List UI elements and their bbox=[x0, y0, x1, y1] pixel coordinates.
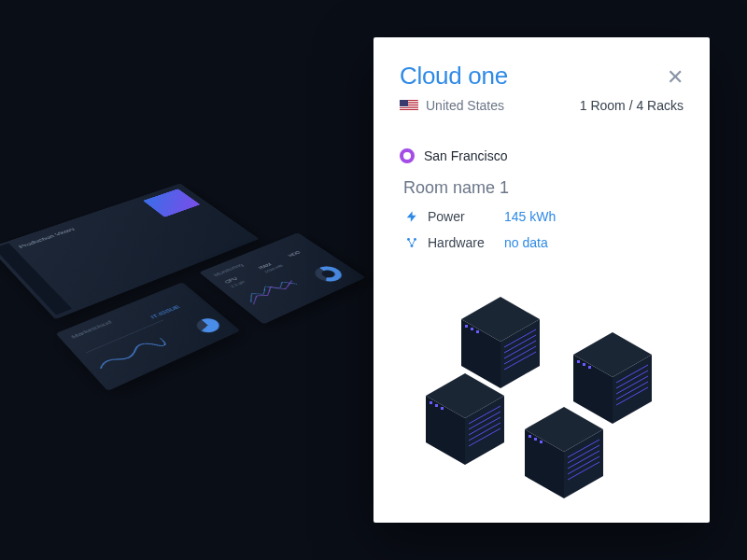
svg-rect-33 bbox=[430, 401, 432, 404]
svg-point-2 bbox=[411, 245, 414, 247]
svg-point-0 bbox=[407, 238, 410, 241]
close-button[interactable]: ✕ bbox=[667, 67, 684, 88]
bolt-icon bbox=[405, 210, 418, 223]
server-racks-illustration bbox=[374, 291, 710, 506]
country-name: United States bbox=[426, 98, 504, 113]
bg-donut-chart bbox=[310, 263, 347, 284]
bg-panel-main: Production Views bbox=[0, 183, 260, 319]
bg-sparkline bbox=[94, 334, 167, 371]
location-header[interactable]: San Francisco bbox=[400, 148, 684, 163]
hardware-label: Hardware bbox=[428, 235, 495, 250]
svg-rect-34 bbox=[435, 404, 438, 407]
svg-rect-12 bbox=[471, 328, 473, 330]
bg-monitoring-sparkline bbox=[239, 274, 301, 307]
hardware-icon bbox=[405, 236, 418, 249]
svg-rect-22 bbox=[577, 360, 580, 363]
svg-rect-45 bbox=[534, 438, 537, 441]
power-value: 145 kWh bbox=[504, 209, 556, 224]
svg-rect-35 bbox=[441, 407, 444, 410]
stat-row-power[interactable]: Power 145 kWh bbox=[405, 209, 684, 224]
rooms-racks-meta: 1 Room / 4 Racks bbox=[580, 98, 684, 113]
svg-rect-13 bbox=[476, 330, 479, 333]
datacenter-card: Cloud one ✕ United States 1 Room / 4 Rac… bbox=[374, 37, 710, 523]
stat-row-hardware[interactable]: Hardware no data bbox=[405, 235, 684, 250]
close-icon: ✕ bbox=[667, 65, 684, 89]
room-name: Room name 1 bbox=[403, 178, 684, 198]
power-label: Power bbox=[428, 209, 495, 224]
bg-monitoring-label: Monitoring bbox=[212, 262, 245, 277]
server-cube-3 bbox=[422, 371, 508, 469]
svg-rect-44 bbox=[529, 435, 531, 438]
card-title: Cloud one bbox=[400, 62, 508, 91]
hardware-value: no data bbox=[504, 235, 548, 250]
us-flag-icon bbox=[400, 100, 418, 112]
country-row: United States bbox=[400, 98, 504, 113]
location-city: San Francisco bbox=[424, 148, 507, 163]
server-cube-4 bbox=[521, 405, 607, 502]
background-isometric-panels: Production Views Marketcloud IT-ISSUE Mo… bbox=[0, 169, 429, 443]
svg-rect-24 bbox=[588, 366, 591, 369]
location-pin-icon bbox=[400, 148, 415, 163]
bg-pie-chart bbox=[192, 315, 223, 335]
room-block: Room name 1 Power 145 kWh Hardware no da… bbox=[403, 178, 684, 250]
svg-point-1 bbox=[414, 238, 416, 241]
location-block: San Francisco Room name 1 Power 145 kWh … bbox=[400, 148, 684, 250]
svg-rect-23 bbox=[583, 363, 585, 366]
bg-issue-label: IT-ISSUE bbox=[149, 304, 182, 320]
bg-marketcloud-label: Marketcloud bbox=[70, 319, 113, 340]
bg-hdd-label: HDD bbox=[287, 250, 302, 258]
svg-rect-11 bbox=[465, 325, 468, 328]
svg-rect-46 bbox=[540, 441, 543, 443]
bg-sidebar bbox=[0, 243, 72, 315]
bg-panel-title: Production Views bbox=[18, 227, 77, 249]
